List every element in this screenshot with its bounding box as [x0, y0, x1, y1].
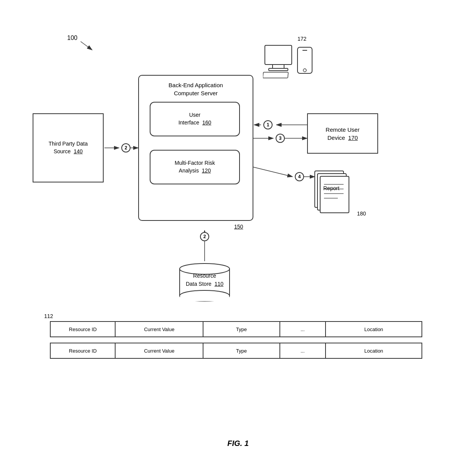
third-party-box: Third Party Data Source 140	[33, 113, 104, 182]
svg-rect-20	[273, 65, 284, 68]
svg-rect-29	[180, 296, 229, 301]
table-row1-col1: Resource ID	[51, 322, 116, 336]
third-party-label: Third Party Data Source 140	[49, 140, 88, 155]
diagram-container: 100 2	[0, 0, 476, 469]
figure-caption: FIG. 1	[227, 439, 249, 448]
svg-rect-14	[320, 176, 349, 213]
table-row2-col2: Current Value	[116, 343, 203, 358]
remote-device-label: Remote User Device 170	[326, 126, 359, 142]
server-box: Back-End Application Computer Server	[138, 75, 253, 221]
svg-rect-23	[298, 47, 312, 73]
table-row2-col1: Resource ID	[51, 343, 116, 358]
table-row-2: Resource ID Current Value Type ... Locat…	[50, 343, 422, 359]
svg-rect-21	[269, 68, 288, 71]
report-label: Report	[323, 185, 339, 191]
table-row1-col5: Location	[326, 322, 421, 336]
device-ref-label: 172	[298, 36, 306, 42]
svg-line-9	[253, 167, 293, 177]
svg-rect-19	[265, 45, 292, 65]
datastore-label: Resource Data Store 110	[172, 272, 237, 288]
connector-2b: 2	[200, 232, 209, 241]
phone-icon	[296, 45, 317, 84]
connector-1: 1	[263, 120, 273, 129]
connector-3: 3	[276, 134, 285, 143]
svg-rect-22	[263, 72, 288, 78]
server-title: Back-End Application Computer Server	[165, 81, 227, 97]
table-row1-col4: ...	[280, 322, 326, 336]
table-row2-col3: Type	[203, 343, 280, 358]
ui-box: User Interface 160	[150, 102, 240, 136]
table-row2-col5: Location	[326, 343, 421, 358]
main-ref-label: 100	[67, 35, 78, 41]
mfa-box: Multi-Factor Risk Analysis 120	[150, 150, 240, 184]
remote-device-box: Remote User Device 170	[307, 113, 378, 154]
table-row-1: Resource ID Current Value Type ... Locat…	[50, 321, 422, 337]
datastore-area: Resource Data Store 110	[172, 261, 237, 303]
svg-arrows	[0, 0, 476, 469]
table-ref-label: 112	[44, 313, 53, 319]
report-area: Report	[307, 165, 357, 215]
ui-label: User Interface 160	[178, 111, 212, 126]
table-row1-col2: Current Value	[116, 322, 203, 336]
svg-line-2	[81, 41, 92, 50]
table-row1-col3: Type	[203, 322, 280, 336]
connector-4: 4	[295, 172, 304, 181]
connector-2a: 2	[121, 143, 131, 152]
mfa-label: Multi-Factor Risk Analysis 120	[175, 159, 215, 174]
table-row2-col4: ...	[280, 343, 326, 358]
server-ref-num: 150	[234, 224, 243, 230]
device-icons-area: 172	[263, 41, 305, 81]
report-ref-num: 180	[357, 210, 366, 217]
